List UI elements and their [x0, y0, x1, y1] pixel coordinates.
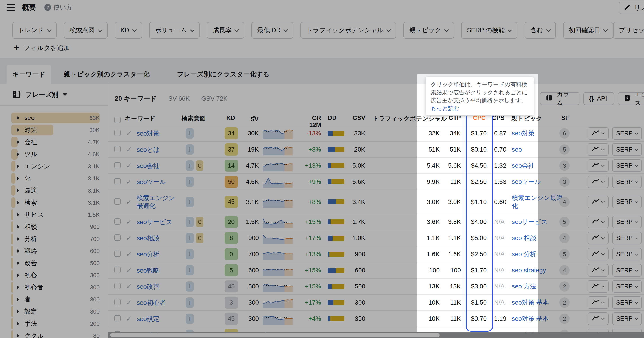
- sidebar-term-item[interactable]: 化 3.1K: [11, 172, 100, 184]
- keyword-link[interactable]: seo相談: [137, 234, 159, 242]
- col-keyword[interactable]: キーワード: [125, 114, 156, 122]
- sidebar-mode-dropdown[interactable]: フレーズ別: [0, 84, 108, 106]
- parent-topic-link[interactable]: seo対策 基本: [512, 298, 564, 306]
- sidebar-term-item[interactable]: 検索 3.1K: [11, 196, 100, 209]
- sidebar-term-item[interactable]: エンシン 3.1K: [11, 160, 100, 172]
- row-check-icon[interactable]: ✓: [126, 298, 132, 307]
- sidebar-term-item[interactable]: 初心者 300: [11, 281, 100, 294]
- row-checkbox[interactable]: [114, 130, 120, 137]
- col-gsv[interactable]: GSV: [343, 114, 365, 122]
- keyword-link[interactable]: seoツール: [137, 178, 166, 186]
- serp-button[interactable]: SERP: [612, 127, 642, 140]
- sidebar-term-item[interactable]: 対策 30K: [11, 124, 100, 136]
- keyword-link[interactable]: seo改善: [137, 283, 159, 290]
- sidebar-term-item[interactable]: ツル 4.6K: [11, 148, 100, 160]
- filter-chip[interactable]: 最低 DR: [252, 22, 293, 38]
- serp-button[interactable]: SERP: [612, 248, 642, 260]
- expand-triangle-icon[interactable]: [17, 237, 20, 241]
- keyword-link[interactable]: seo会社: [137, 162, 159, 170]
- parent-topic-link[interactable]: seo: [512, 146, 564, 154]
- row-checkbox[interactable]: [114, 178, 120, 185]
- row-check-icon[interactable]: ✓: [126, 162, 132, 170]
- expand-triangle-icon[interactable]: [17, 213, 20, 217]
- sidebar-term-item[interactable]: 会社 4.7K: [11, 136, 100, 148]
- api-button[interactable]: { } API: [584, 92, 614, 105]
- expand-triangle-icon[interactable]: [17, 334, 20, 338]
- position-history-button[interactable]: [588, 232, 608, 244]
- row-checkbox[interactable]: [114, 283, 120, 290]
- columns-button[interactable]: カラム: [540, 92, 580, 105]
- expand-triangle-icon[interactable]: [17, 285, 20, 289]
- scrollbar-thumb[interactable]: [110, 333, 440, 337]
- position-history-button[interactable]: [588, 296, 608, 309]
- row-check-icon[interactable]: ✓: [126, 218, 132, 226]
- col-kd[interactable]: KD: [226, 114, 235, 122]
- row-check-icon[interactable]: ✓: [126, 266, 132, 274]
- tab-cluster-by-terms[interactable]: フレーズ別にクラスター化する: [177, 64, 270, 84]
- sidebar-term-item[interactable]: 改善 500: [11, 257, 100, 269]
- col-sf[interactable]: SF: [561, 114, 569, 122]
- row-check-icon[interactable]: ✓: [126, 198, 132, 206]
- serp-button[interactable]: SERP: [612, 296, 642, 309]
- filter-chip[interactable]: トレンド: [12, 22, 57, 38]
- row-checkbox[interactable]: [114, 315, 120, 322]
- how-to-use-link[interactable]: ? 使い方: [44, 3, 72, 12]
- row-checkbox[interactable]: [114, 299, 120, 306]
- position-history-button[interactable]: [588, 312, 608, 325]
- sidebar-term-item[interactable]: 最適 3.1K: [11, 184, 100, 196]
- keyword-link[interactable]: 検索エンジン最適化: [137, 194, 175, 210]
- keyword-link[interactable]: seo分析: [137, 250, 159, 258]
- serp-button[interactable]: SERP: [612, 216, 642, 228]
- sidebar-term-item[interactable]: 戦略 600: [11, 245, 100, 257]
- sidebar-term-item[interactable]: ククル 80: [11, 330, 100, 338]
- row-checkbox[interactable]: [114, 234, 120, 242]
- position-history-button[interactable]: [588, 216, 608, 228]
- preset-filter-button[interactable]: プリセット: [613, 22, 644, 38]
- parent-topic-link[interactable]: seo 相談: [512, 234, 564, 242]
- filter-chip[interactable]: トラフィックポテンシャル: [300, 22, 396, 38]
- expand-triangle-icon[interactable]: [17, 128, 20, 132]
- expand-triangle-icon[interactable]: [17, 116, 20, 120]
- parent-topic-link[interactable]: seo 方法: [512, 282, 564, 290]
- expand-triangle-icon[interactable]: [17, 273, 20, 277]
- sidebar-term-item[interactable]: 者 300: [11, 294, 100, 306]
- add-filter-button[interactable]: + フィルタを追加: [14, 44, 70, 52]
- parent-topic-link[interactable]: seo対策: [512, 129, 564, 138]
- position-history-button[interactable]: [588, 248, 608, 260]
- keyword-link[interactable]: seoとは: [137, 146, 160, 154]
- sidebar-term-item[interactable]: 設定 300: [11, 306, 100, 318]
- serp-button[interactable]: SERP: [612, 159, 642, 172]
- filter-chip[interactable]: 成長率: [207, 22, 244, 38]
- sidebar-term-item[interactable]: 分析 700: [11, 233, 100, 245]
- row-check-icon[interactable]: ✓: [126, 145, 132, 154]
- edit-list-button[interactable]: リス: [619, 2, 644, 14]
- keyword-link[interactable]: seo戦略: [137, 266, 159, 274]
- row-check-icon[interactable]: ✓: [126, 314, 132, 323]
- serp-button[interactable]: SERP: [612, 264, 642, 276]
- parent-topic-link[interactable]: seo対策 基本: [512, 315, 564, 323]
- parent-topic-link[interactable]: seo 分析: [512, 250, 564, 258]
- serp-button[interactable]: SERP: [612, 143, 642, 156]
- sidebar-term-item[interactable]: 初心 300: [11, 269, 100, 281]
- expand-triangle-icon[interactable]: [17, 176, 20, 180]
- position-history-button[interactable]: [588, 280, 608, 293]
- expand-triangle-icon[interactable]: [17, 225, 20, 229]
- filter-chip[interactable]: KD: [115, 22, 142, 38]
- position-history-button[interactable]: [588, 127, 608, 140]
- hamburger-menu-icon[interactable]: [7, 4, 15, 11]
- sidebar-term-item[interactable]: 相談 900: [11, 221, 100, 233]
- position-history-button[interactable]: [588, 264, 608, 276]
- keyword-link[interactable]: seo設定: [137, 315, 159, 323]
- expand-triangle-icon[interactable]: [17, 200, 20, 205]
- row-check-icon[interactable]: ✓: [126, 234, 132, 242]
- export-button[interactable]: エクス: [618, 92, 644, 105]
- tab-keywords[interactable]: キーワード: [7, 64, 51, 84]
- position-history-button[interactable]: [588, 159, 608, 172]
- col-parent-topic[interactable]: 親トピック: [511, 114, 542, 122]
- position-history-button[interactable]: [588, 176, 608, 188]
- serp-button[interactable]: SERP: [612, 312, 642, 325]
- expand-triangle-icon[interactable]: [17, 310, 20, 314]
- parent-topic-link[interactable]: seo strategy: [512, 266, 564, 274]
- filter-chip[interactable]: SERP の機能: [461, 22, 518, 38]
- col-dd[interactable]: DD: [328, 114, 336, 122]
